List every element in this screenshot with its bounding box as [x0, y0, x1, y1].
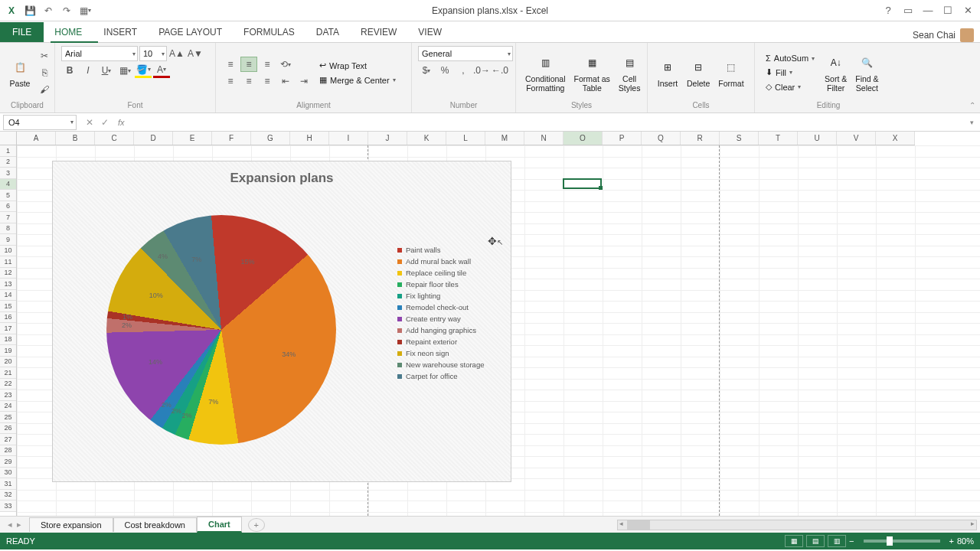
clear-button[interactable]: ◇Clear▾ [761, 80, 819, 93]
row-header-17[interactable]: 17 [0, 323, 16, 334]
format-painter-icon[interactable]: 🖌 [36, 82, 53, 97]
align-top-icon[interactable]: ≡ [222, 57, 239, 72]
conditional-formatting-button[interactable]: ▥Conditional Formatting [522, 51, 569, 94]
format-as-table-button[interactable]: ▦Format as Table [571, 51, 613, 94]
copy-icon[interactable]: ⎘ [36, 65, 53, 80]
row-header-12[interactable]: 12 [0, 268, 16, 279]
tab-review[interactable]: REVIEW [350, 22, 407, 42]
align-middle-icon[interactable]: ≡ [240, 57, 257, 72]
row-header-25[interactable]: 25 [0, 412, 16, 423]
currency-icon[interactable]: $▾ [418, 63, 435, 78]
chart-object[interactable]: Expansion plans 15%34%7%2%2%2%14%2%1%10%… [52, 161, 511, 482]
fill-color-icon[interactable]: 🪣▾ [135, 63, 152, 78]
zoom-in-icon[interactable]: + [949, 536, 954, 546]
align-right-icon[interactable]: ≡ [259, 73, 276, 89]
increase-indent-icon[interactable]: ⇥ [296, 73, 312, 89]
autosum-button[interactable]: ΣAutoSum▾ [761, 52, 819, 64]
number-format-combo[interactable]: General▾ [418, 46, 513, 61]
maximize-icon[interactable]: ☐ [939, 2, 957, 19]
help-icon[interactable]: ? [879, 2, 897, 19]
select-all-corner[interactable] [0, 132, 17, 145]
row-header-24[interactable]: 24 [0, 401, 16, 412]
fx-label[interactable]: fx [115, 118, 128, 127]
cell-styles-button[interactable]: ▤Cell Styles [616, 51, 644, 94]
column-header-P[interactable]: P [603, 132, 642, 145]
row-header-16[interactable]: 16 [0, 312, 16, 324]
column-header-G[interactable]: G [251, 132, 290, 145]
zoom-out-icon[interactable]: − [849, 536, 854, 546]
view-page-break-icon[interactable]: ▥ [828, 535, 846, 547]
sheet-nav-prev-icon[interactable]: ◂ [8, 520, 12, 530]
find-select-button[interactable]: 🔍Find & Select [852, 51, 881, 94]
view-normal-icon[interactable]: ▦ [785, 535, 803, 547]
quick-access-more-icon[interactable]: ▦▾ [77, 2, 93, 19]
column-header-S[interactable]: S [720, 132, 759, 145]
sheet-tab-store-expansion[interactable]: Store expansion [29, 517, 113, 532]
ribbon-display-icon[interactable]: ▭ [899, 2, 917, 19]
underline-button[interactable]: U▾ [98, 63, 115, 78]
column-header-D[interactable]: D [134, 132, 173, 145]
paste-button[interactable]: 📋 Paste [6, 55, 34, 90]
decrease-decimal-icon[interactable]: ←.0 [492, 63, 508, 78]
column-header-Q[interactable]: Q [642, 132, 681, 145]
minimize-icon[interactable]: — [919, 2, 937, 19]
save-icon[interactable]: 💾 [21, 2, 38, 19]
insert-cells-button[interactable]: ⊞Insert [654, 55, 681, 90]
column-header-X[interactable]: X [876, 132, 915, 145]
column-header-I[interactable]: I [329, 132, 368, 145]
column-header-A[interactable]: A [17, 132, 56, 145]
tab-view[interactable]: VIEW [407, 22, 452, 42]
column-header-V[interactable]: V [837, 132, 876, 145]
sheet-tab-cost-breakdown[interactable]: Cost breakdown [113, 517, 198, 532]
row-header-15[interactable]: 15 [0, 301, 16, 312]
row-header-4[interactable]: 4 [0, 179, 16, 191]
decrease-indent-icon[interactable]: ⇤ [277, 73, 294, 89]
column-header-E[interactable]: E [173, 132, 212, 145]
font-size-combo[interactable]: 10▾ [139, 46, 167, 61]
orientation-icon[interactable]: ⟲▾ [277, 57, 294, 72]
row-header-10[interactable]: 10 [0, 246, 16, 257]
align-center-icon[interactable]: ≡ [240, 73, 257, 89]
column-header-B[interactable]: B [56, 132, 95, 145]
row-header-23[interactable]: 23 [0, 390, 16, 401]
column-header-C[interactable]: C [95, 132, 134, 145]
sheet-nav-next-icon[interactable]: ▸ [17, 520, 21, 530]
column-header-N[interactable]: N [524, 132, 564, 145]
tab-data[interactable]: DATA [305, 22, 350, 42]
tab-page-layout[interactable]: PAGE LAYOUT [148, 22, 233, 42]
font-color-icon[interactable]: A▾ [153, 63, 170, 78]
row-header-8[interactable]: 8 [0, 223, 16, 235]
row-header-21[interactable]: 21 [0, 367, 16, 379]
row-header-18[interactable]: 18 [0, 334, 16, 346]
decrease-font-icon[interactable]: A▼ [187, 46, 204, 61]
row-header-32[interactable]: 32 [0, 490, 16, 501]
expand-formula-bar-icon[interactable]: ▾ [968, 119, 980, 126]
tab-file[interactable]: FILE [0, 22, 44, 42]
row-header-1[interactable]: 1 [0, 145, 16, 157]
align-left-icon[interactable]: ≡ [222, 73, 239, 89]
row-header-3[interactable]: 3 [0, 168, 16, 179]
enter-formula-icon[interactable]: ✓ [98, 117, 112, 128]
row-header-29[interactable]: 29 [0, 456, 16, 468]
increase-decimal-icon[interactable]: .0→ [473, 63, 490, 78]
merge-center-button[interactable]: ▦Merge & Center▾ [315, 73, 400, 86]
column-headers[interactable]: ABCDEFGHIJKLMNOPQRSTUVX [17, 132, 915, 145]
percent-icon[interactable]: % [436, 63, 453, 78]
row-header-19[interactable]: 19 [0, 345, 16, 357]
row-header-11[interactable]: 11 [0, 256, 16, 268]
tab-home[interactable]: HOME [44, 22, 93, 42]
zoom-slider[interactable] [864, 540, 940, 543]
row-header-5[interactable]: 5 [0, 190, 16, 201]
fill-button[interactable]: ⬇Fill▾ [761, 66, 819, 79]
column-header-L[interactable]: L [446, 132, 485, 145]
selected-cell[interactable] [563, 178, 602, 190]
row-header-31[interactable]: 31 [0, 478, 16, 490]
bold-button[interactable]: B [61, 63, 78, 78]
column-header-F[interactable]: F [212, 132, 251, 145]
column-header-T[interactable]: T [759, 132, 798, 145]
format-cells-button[interactable]: ⬚Format [715, 55, 746, 90]
align-bottom-icon[interactable]: ≡ [259, 57, 276, 72]
horizontal-scrollbar[interactable]: ◂ ▸ [617, 520, 977, 530]
zoom-level[interactable]: 80% [957, 536, 974, 546]
cut-icon[interactable]: ✂ [36, 48, 53, 64]
